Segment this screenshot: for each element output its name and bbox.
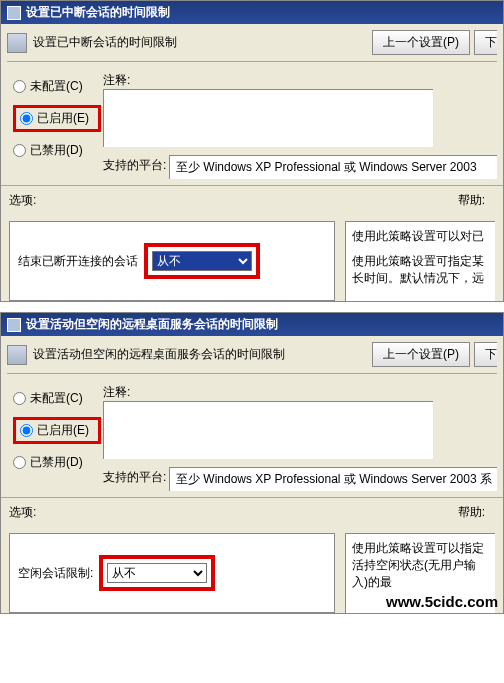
radio-enabled[interactable]: 已启用(E) [20,422,89,439]
heading-text: 设置活动但空闲的远程桌面服务会话的时间限制 [33,346,285,363]
radio-not-configured-input[interactable] [13,80,26,93]
radio-disabled[interactable]: 已禁用(D) [13,454,101,471]
comment-label: 注释: [103,384,169,401]
comment-textbox[interactable] [103,89,433,147]
title-bar[interactable]: 设置活动但空闲的远程桌面服务会话的时间限制 [1,313,503,336]
window-icon [7,318,21,332]
prev-setting-button[interactable]: 上一个设置(P) [372,30,470,55]
help-text-2: 使用此策略设置可指定某长时间。默认情况下，远 [352,253,489,287]
radio-group-state: 未配置(C) 已启用(E) 已禁用(D) [13,78,101,159]
prev-setting-button[interactable]: 上一个设置(P) [372,342,470,367]
radio-enabled-highlight: 已启用(E) [13,105,101,132]
radio-enabled[interactable]: 已启用(E) [20,110,89,127]
radio-disabled-input[interactable] [13,456,26,469]
dialog-body: 设置活动但空闲的远程桌面服务会话的时间限制 上一个设置(P) 下 未配置(C) … [1,336,503,497]
radio-disabled[interactable]: 已禁用(D) [13,142,101,159]
labels-band: 选项: 帮助: [1,185,503,215]
radio-not-configured[interactable]: 未配置(C) [13,390,101,407]
policy-icon [7,345,27,365]
divider [7,61,497,62]
watermark: www.5cidc.com [386,593,498,610]
title-bar[interactable]: 设置已中断会话的时间限制 [1,1,503,24]
form-area: 注释: 支持的平台: 至少 Windows XP Professional 或 … [103,382,497,491]
content-band: 结束已断开连接的会话 从不 使用此策略设置可以对已 使用此策略设置可指定某长时间… [1,215,503,301]
combo-highlight: 从不 [144,243,260,279]
radio-not-configured-label: 未配置(C) [30,78,83,95]
next-setting-button[interactable]: 下 [474,342,497,367]
radio-disabled-input[interactable] [13,144,26,157]
radio-enabled-input[interactable] [20,112,33,125]
labels-band: 选项: 帮助: [1,497,503,527]
comment-label: 注释: [103,72,169,89]
radio-enabled-label: 已启用(E) [37,422,89,439]
dialog-body: 设置已中断会话的时间限制 上一个设置(P) 下 未配置(C) 已启用(E) 已禁… [1,24,503,185]
help-label: 帮助: [458,192,485,209]
radio-disabled-label: 已禁用(D) [30,142,83,159]
platform-label: 支持的平台: [103,469,169,491]
platform-value: 至少 Windows XP Professional 或 Windows Ser… [169,467,497,491]
help-text-1: 使用此策略设置可以对已 [352,228,489,245]
comment-textbox[interactable] [103,401,433,459]
options-pane: 空闲会话限制: 从不 [9,533,335,613]
idle-limit-label: 空闲会话限制: [18,565,93,582]
radio-enabled-label: 已启用(E) [37,110,89,127]
radio-not-configured-label: 未配置(C) [30,390,83,407]
help-pane: 使用此策略设置可以对已 使用此策略设置可指定某长时间。默认情况下，远 [345,221,495,301]
radio-group-state: 未配置(C) 已启用(E) 已禁用(D) [13,390,101,471]
radio-enabled-input[interactable] [20,424,33,437]
selection-label: 选项: [9,192,36,209]
help-label: 帮助: [458,504,485,521]
radio-not-configured[interactable]: 未配置(C) [13,78,101,95]
dialog-idle-limit: 设置活动但空闲的远程桌面服务会话的时间限制 设置活动但空闲的远程桌面服务会话的时… [0,312,504,614]
heading-text: 设置已中断会话的时间限制 [33,34,177,51]
title-text: 设置已中断会话的时间限制 [26,4,170,21]
form-area: 注释: 支持的平台: 至少 Windows XP Professional 或 … [103,70,497,179]
header-row: 设置已中断会话的时间限制 上一个设置(P) 下 [7,30,497,55]
end-disconnected-combo[interactable]: 从不 [152,251,252,271]
title-text: 设置活动但空闲的远程桌面服务会话的时间限制 [26,316,278,333]
platform-label: 支持的平台: [103,157,169,179]
dialog-disconnect-limit: 设置已中断会话的时间限制 设置已中断会话的时间限制 上一个设置(P) 下 未配置… [0,0,504,302]
next-setting-button[interactable]: 下 [474,30,497,55]
divider [7,373,497,374]
radio-disabled-label: 已禁用(D) [30,454,83,471]
options-pane: 结束已断开连接的会话 从不 [9,221,335,301]
radio-not-configured-input[interactable] [13,392,26,405]
policy-icon [7,33,27,53]
radio-enabled-highlight: 已启用(E) [13,417,101,444]
help-text: 使用此策略设置可以指定活持空闲状态(无用户输入)的最 [352,540,489,590]
platform-value: 至少 Windows XP Professional 或 Windows Ser… [169,155,497,179]
end-disconnected-label: 结束已断开连接的会话 [18,253,138,270]
window-icon [7,6,21,20]
idle-limit-combo[interactable]: 从不 [107,563,207,583]
selection-label: 选项: [9,504,36,521]
header-row: 设置活动但空闲的远程桌面服务会话的时间限制 上一个设置(P) 下 [7,342,497,367]
combo-highlight: 从不 [99,555,215,591]
